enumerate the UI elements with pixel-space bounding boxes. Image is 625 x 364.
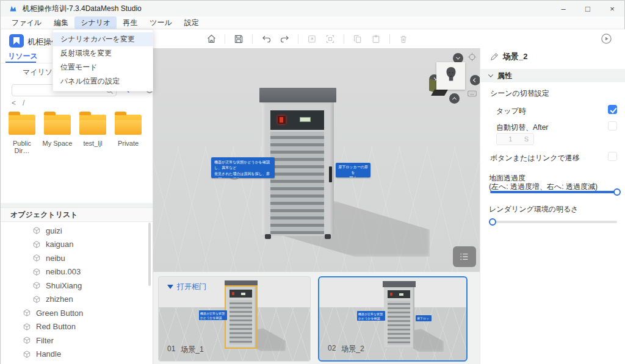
cabinet-top-cap (259, 88, 336, 102)
menu-settings[interactable]: 設定 (178, 16, 205, 29)
undo-icon (261, 34, 272, 44)
paste-button[interactable] (367, 32, 385, 46)
object-list-header: オブジェクトリスト (1, 207, 153, 222)
view-cube[interactable] (436, 62, 465, 90)
3d-viewport[interactable]: 機器が正常な状態かどうかを確認し、異常など 発見された場合は原因を探し、扉を開け… (153, 48, 480, 272)
home-button[interactable] (202, 32, 220, 46)
scene-switch-settings-label: シーンの切替設定 (490, 88, 549, 99)
undo-button[interactable] (257, 32, 275, 46)
object-list-toggle-button[interactable] (453, 246, 476, 267)
object-list: guizi kaiguan neibu neibu.003 ShuiXiang … (1, 224, 153, 364)
scene-object-block (431, 90, 448, 96)
focus-target-icon[interactable] (467, 52, 477, 62)
folder-icon (115, 115, 142, 135)
auto-switch-label: 自動切替、After (496, 123, 548, 133)
folder-public[interactable]: Public Dir… (4, 110, 40, 154)
menu-item-change-cover[interactable]: シナリオカバーを変更 (53, 32, 153, 46)
object-item[interactable]: Door (1, 361, 153, 364)
brightness-label: レンダリング環境の明るさ (489, 204, 579, 215)
slider-knob[interactable] (489, 218, 496, 226)
scene-1-name: 01 场景_1 (167, 344, 204, 355)
object-item[interactable]: Handle (1, 348, 153, 362)
properties-panel: 场景_2 属性 シーンの切替設定 タップ時 自動切替、After 1 S ボタン… (480, 48, 625, 364)
annotation-label-right[interactable]: 扉下ロッカーの扉を 開く (336, 163, 370, 177)
menu-item-panel-position[interactable]: パネル位置の設定 (53, 74, 153, 88)
annotation-label-left[interactable]: 機器が正常な状態かどうかを確認し、異常など 発見された場合は原因を探し、扉を開け… (211, 157, 275, 178)
tab-resources[interactable]: リソース (8, 51, 38, 62)
rotate-right-button[interactable] (470, 75, 480, 85)
menu-item-change-reflection[interactable]: 反射環境を変更 (53, 46, 153, 60)
menu-edit[interactable]: 編集 (48, 16, 74, 29)
slider-knob[interactable] (613, 188, 621, 196)
delete-button[interactable] (394, 32, 413, 46)
play-button[interactable] (601, 33, 612, 45)
menu-bar: ファイル 編集 シナリオ 再生 ツール 設定 (1, 16, 624, 29)
rotate-down-button[interactable] (449, 93, 460, 104)
window-title: 机柜操作培训-7.3.4DataMesh Studio (23, 4, 142, 14)
menu-scenario[interactable]: シナリオ (74, 16, 117, 29)
brightness-slider[interactable] (490, 221, 617, 223)
menu-tools[interactable]: ツール (143, 16, 178, 29)
object-item[interactable]: Green Button (1, 306, 153, 320)
object-item[interactable]: Filter (1, 334, 153, 348)
auto-switch-seconds-input[interactable]: 1 S (496, 133, 534, 145)
copy-button[interactable] (349, 32, 367, 46)
auto-switch-checkbox[interactable] (608, 121, 617, 130)
keyboard-icon[interactable] (467, 88, 477, 99)
folder-my-space[interactable]: My Space (40, 110, 75, 154)
cube-icon (23, 350, 31, 359)
object-item[interactable]: Red Button (1, 320, 153, 334)
object-item[interactable]: zhizhen (1, 293, 153, 307)
panel-splitter[interactable] (1, 203, 153, 207)
edit-pencil-icon[interactable] (490, 52, 499, 61)
folder-test-ljl[interactable]: test_ljl (75, 110, 110, 154)
link-transition-label: ボタンまたはリンクで遷移 (490, 153, 580, 163)
cabinet-vent-slats (270, 132, 324, 234)
object-item[interactable]: guizi (1, 224, 153, 238)
menu-file[interactable]: ファイル (5, 16, 48, 29)
cabinet-wheel (325, 234, 331, 239)
cube-icon (23, 309, 31, 317)
redo-button[interactable] (275, 32, 294, 46)
link-transition-checkbox[interactable] (608, 152, 617, 161)
trash-icon (399, 34, 408, 44)
chevron-down-icon (456, 55, 460, 60)
object-item[interactable]: ShuiXiang (1, 279, 153, 293)
frame-select-button[interactable] (321, 32, 339, 46)
play-icon (601, 33, 612, 45)
maximize-button[interactable]: □ (576, 1, 600, 16)
frame-select-icon (325, 34, 335, 44)
title-bar: 机柜操作培训-7.3.4DataMesh Studio – □ × (1, 1, 624, 16)
cube-icon (23, 323, 31, 331)
chevron-down-icon (488, 72, 493, 77)
tap-checkbox[interactable] (608, 105, 617, 114)
scenario-dropdown-menu: シナリオカバーを変更 反射環境を変更 位置モード パネル位置の設定 (52, 29, 153, 91)
cabinet-label-badge (300, 117, 311, 122)
object-list-scrollbar[interactable] (148, 223, 151, 286)
object-item[interactable]: neibu (1, 251, 153, 265)
cube-icon (32, 295, 41, 304)
folder-icon (79, 115, 106, 135)
transform-button[interactable] (303, 32, 321, 46)
view-cube-head-icon (442, 65, 460, 87)
folder-private[interactable]: Private (110, 110, 146, 154)
scene-2-name: 02 场景_2 (328, 344, 364, 354)
mini-cabinet (384, 281, 414, 350)
scene-thumbnail-1[interactable]: 打开柜门 機器が正常な状態かどうかを確認し、異常など 01 场景_1 (158, 276, 311, 362)
chevron-up-icon (452, 97, 457, 101)
cube-icon (32, 240, 41, 249)
object-item[interactable]: kaiguan (1, 238, 153, 252)
save-button[interactable] (229, 32, 248, 46)
scene-thumbnail-2-selected[interactable]: 機器が正常な状態かどうかを確認し、異常など 扉下ロッカーの扉を 02 场景_2 (318, 276, 468, 362)
content-area: 機器が正常な状態かどうかを確認し、異常など 発見された場合は原因を探し、扉を開け… (153, 29, 625, 364)
close-button[interactable]: × (600, 1, 624, 16)
attributes-section-header[interactable]: 属性 (480, 69, 625, 82)
object-item[interactable]: neibu.003 (1, 265, 153, 279)
ground-opacity-slider[interactable] (490, 191, 617, 193)
breadcrumb-back[interactable]: < (12, 99, 16, 107)
paste-icon (371, 34, 381, 44)
action-group-label[interactable]: 打开柜门 (167, 282, 206, 292)
menu-play[interactable]: 再生 (117, 16, 143, 29)
menu-item-position-mode[interactable]: 位置モード (53, 60, 153, 74)
minimize-button[interactable]: – (551, 1, 576, 16)
